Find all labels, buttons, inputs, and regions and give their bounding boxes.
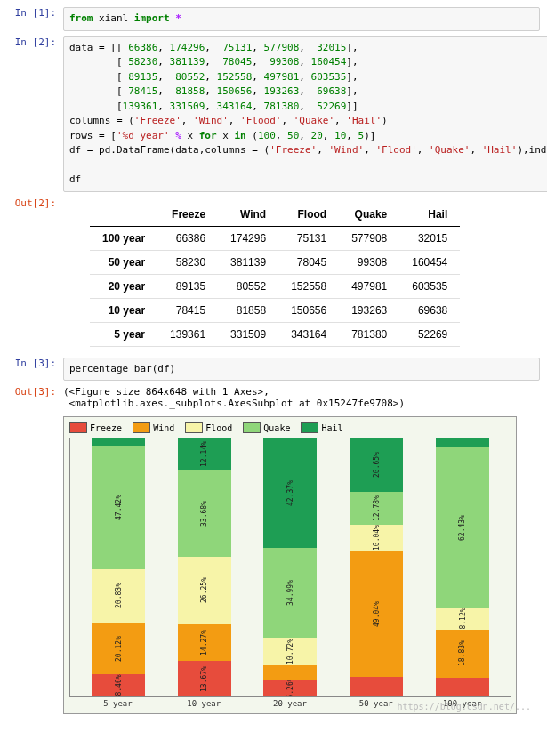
cell: 577908 <box>339 226 399 250</box>
bar-segment: 14.27% <box>178 624 231 661</box>
bar-stack: 6.26%10.72%34.99%42.37% <box>263 438 317 696</box>
table-row: 5 year13936133150934316478138052269 <box>90 322 460 346</box>
bar-segment: 8.46% <box>92 674 145 696</box>
bar-segment: 33.68% <box>178 470 231 557</box>
legend-item: Flood <box>185 422 232 433</box>
x-tick-label: 20 year <box>247 699 334 708</box>
bar-segment: 42.37% <box>263 438 317 548</box>
code-cell-3: In [3]: percentage_bar(df) <box>7 358 540 382</box>
bar-column: 18.83%8.12%62.43% <box>419 438 505 696</box>
bar-segment: 26.25% <box>178 557 231 624</box>
cell: 58230 <box>157 250 218 274</box>
bar-segment <box>436 438 489 447</box>
in-prompt-2: In [2]: <box>7 36 63 192</box>
cell: 75131 <box>278 226 339 250</box>
cell: 78045 <box>278 250 339 274</box>
cell: 99308 <box>339 250 399 274</box>
cell: 150656 <box>278 298 339 322</box>
cell: 343164 <box>278 322 339 346</box>
bar-column: 8.46%20.12%20.83%47.42% <box>76 438 162 696</box>
cell: 89135 <box>157 274 218 298</box>
col-header: Hail <box>399 203 460 227</box>
col-header: Quake <box>339 203 399 227</box>
bar-stack: 49.04%10.04%12.78%20.65% <box>350 438 403 696</box>
cell: 174296 <box>218 226 278 250</box>
row-header: 5 year <box>90 322 157 346</box>
in-prompt-3: In [3]: <box>7 358 63 382</box>
bar-segment: 6.26% <box>263 680 317 696</box>
bar-segment: 10.72% <box>263 638 317 665</box>
cell: 781380 <box>339 322 399 346</box>
dataframe-table: FreezeWindFloodQuakeHail 100 year6638617… <box>90 203 460 347</box>
row-header: 10 year <box>90 298 157 322</box>
bar-segment <box>92 438 145 446</box>
bar-segment: 20.83% <box>92 569 145 623</box>
bar-segment: 10.04% <box>350 525 403 551</box>
bar-segment: 47.42% <box>92 446 145 569</box>
bar-segment: 12.78% <box>350 492 403 525</box>
bar-segment <box>350 677 403 696</box>
table-row: 100 year663861742967513157790832015 <box>90 226 460 250</box>
in-prompt-1: In [1]: <box>7 7 63 31</box>
bar-segment: 20.12% <box>92 623 145 674</box>
code-1[interactable]: from xianl import * <box>63 7 540 31</box>
cell: 160454 <box>399 250 460 274</box>
code-2[interactable]: data = [[ 66386, 174296, 75131, 577908, … <box>63 36 547 192</box>
chart-plot-area: 8.46%20.12%20.83%47.42%13.67%14.27%26.25… <box>69 438 511 697</box>
legend-swatch <box>133 422 150 433</box>
cell: 52269 <box>399 322 460 346</box>
out-prompt-3: Out[3]: <box>7 386 63 712</box>
bar-column: 49.04%10.04%12.78%20.65% <box>334 438 420 696</box>
bar-stack: 8.46%20.12%20.83%47.42% <box>92 438 145 696</box>
legend-swatch <box>243 422 261 433</box>
bar-segment <box>263 665 317 680</box>
table-row: 50 year582303811397804599308160454 <box>90 250 460 274</box>
cell: 331509 <box>218 322 278 346</box>
legend-item: Hail <box>301 422 342 433</box>
code-cell-2: In [2]: data = [[ 66386, 174296, 75131, … <box>7 36 540 192</box>
bar-segment: 8.12% <box>436 608 489 630</box>
legend-item: Quake <box>243 422 290 433</box>
legend-item: Wind <box>133 422 174 433</box>
cell: 78415 <box>157 298 218 322</box>
cell: 66386 <box>157 226 218 250</box>
repr-text: (<Figure size 864x648 with 1 Axes>, <mat… <box>63 386 540 409</box>
row-header: 50 year <box>90 250 157 274</box>
cell: 603535 <box>399 274 460 298</box>
x-tick-label: 10 year <box>161 699 247 708</box>
col-header: Flood <box>278 203 339 227</box>
cell: 32015 <box>399 226 460 250</box>
table-row: 10 year784158185815065619326369638 <box>90 298 460 322</box>
bar-segment: 13.67% <box>178 661 231 696</box>
cell: 69638 <box>399 298 460 322</box>
bar-segment: 18.83% <box>436 630 489 679</box>
col-header: Wind <box>218 203 278 227</box>
bar-column: 13.67%14.27%26.25%33.68%12.14% <box>162 438 248 696</box>
row-header: 100 year <box>90 226 157 250</box>
legend-swatch <box>301 422 318 433</box>
cell: 497981 <box>339 274 399 298</box>
cell: 193263 <box>339 298 399 322</box>
output-cell-2: Out[2]: FreezeWindFloodQuakeHail 100 yea… <box>7 197 540 352</box>
code-cell-1: In [1]: from xianl import * <box>7 7 540 31</box>
cell: 139361 <box>157 322 218 346</box>
cell: 81858 <box>218 298 278 322</box>
out-prompt-2: Out[2]: <box>7 197 63 352</box>
bar-segment: 62.43% <box>436 447 489 608</box>
chart-legend: FreezeWindFloodQuakeHail <box>69 422 511 433</box>
cell: 381139 <box>218 250 278 274</box>
bar-stack: 18.83%8.12%62.43% <box>436 438 489 696</box>
cell: 152558 <box>278 274 339 298</box>
code-3[interactable]: percentage_bar(df) <box>63 358 540 382</box>
legend-swatch <box>69 422 87 433</box>
col-header: Freeze <box>157 203 218 227</box>
bar-segment: 49.04% <box>350 551 403 677</box>
row-header: 20 year <box>90 274 157 298</box>
output-cell-3: Out[3]: (<Figure size 864x648 with 1 Axe… <box>7 386 540 712</box>
bar-column: 6.26%10.72%34.99%42.37% <box>247 438 334 696</box>
bar-segment: 12.14% <box>178 438 231 470</box>
bar-segment: 34.99% <box>263 548 317 638</box>
legend-swatch <box>185 422 203 433</box>
legend-item: Freeze <box>69 422 122 433</box>
cell: 80552 <box>218 274 278 298</box>
